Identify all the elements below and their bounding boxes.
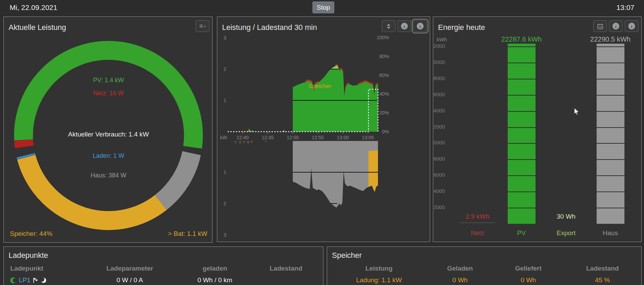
time-tick: 12:55 xyxy=(312,135,324,140)
energy-category-haus: Haus xyxy=(603,229,618,237)
pct-tick: 80% xyxy=(379,54,389,59)
energy-bar-segment-line xyxy=(597,191,624,192)
haus-area xyxy=(293,141,378,208)
time-tick: 12:40 xyxy=(237,135,249,140)
finish-flag-icon xyxy=(33,277,38,283)
chargepoint-name: LP1 xyxy=(19,276,31,284)
energy-category-netz: Netz xyxy=(471,229,484,237)
kw-tick: 1 xyxy=(223,98,226,103)
panel-ladepunkte-title: Ladepunkte xyxy=(9,251,48,260)
column-header-ladepunkt: Ladepunkt xyxy=(10,265,43,272)
power-soc-area-chart: 123123kW12:4012:4512:5012:5513:0013:050%… xyxy=(217,17,430,242)
energy-axis-tick: 8000 xyxy=(433,156,445,162)
energy-zero-bar-netz xyxy=(460,222,495,223)
haus-spike xyxy=(234,141,237,144)
date-label: Mi, 22.09.2021 xyxy=(10,3,57,12)
energy-axis-tick: 16000 xyxy=(433,91,445,97)
time-tick: 13:00 xyxy=(337,135,349,140)
cell-ladeparameter: 0 W / 0 A xyxy=(116,276,143,284)
energy-bar-segment-line xyxy=(508,175,536,176)
energy-axis-tick: 18000 xyxy=(433,75,445,81)
donut-segment-laden xyxy=(26,155,26,157)
energy-axis-tick: 2000 xyxy=(433,204,445,210)
energy-axis-tick: 6000 xyxy=(433,172,445,178)
cell-ladestand: 45 % xyxy=(595,276,610,284)
energy-bar-segment-line xyxy=(597,143,624,144)
energy-bar-segment-line xyxy=(508,79,536,79)
pct-tick: 0% xyxy=(382,129,389,134)
donut-center-label-haus: Haus: 384 W xyxy=(91,172,126,179)
energy-bar-pv xyxy=(508,44,536,224)
pv-peak-cap xyxy=(329,65,338,69)
energy-bar-chart: 2200020000180001600014000120001000080006… xyxy=(433,17,642,242)
energy-bar-segment-line xyxy=(597,79,624,79)
column-header-ladeparameter: Ladeparameter xyxy=(106,265,153,272)
kw-tick: 3 xyxy=(223,35,226,41)
pv-dashboard: Mi, 22.09.2021 Stop 13:07 Aktuelle Leist… xyxy=(0,0,644,285)
energy-bar-segment-line xyxy=(508,191,536,192)
energy-category-export: Export xyxy=(557,229,576,237)
energy-bar-segment-line xyxy=(597,63,624,63)
energy-bar-segment-line xyxy=(508,143,536,144)
panel-speicher-title: Speicher xyxy=(332,251,362,260)
chargepoint-toggle[interactable] xyxy=(10,277,16,284)
energy-axis-tick: 14000 xyxy=(433,108,445,113)
haus-spike xyxy=(239,141,241,145)
energy-value-haus: 22290.5 kWh xyxy=(590,35,631,43)
kw-tick: 3 xyxy=(223,232,226,238)
energy-bar-segment-line xyxy=(508,63,536,63)
energy-axis-tick: 4000 xyxy=(433,188,445,194)
energy-bar-segment-line xyxy=(508,208,536,208)
energy-bar-segment-line xyxy=(597,127,624,128)
energy-axis-tick: 22000 xyxy=(433,43,445,49)
speicher-soc-label: Speicher: 44% xyxy=(10,230,53,238)
energy-bar-segment-line xyxy=(597,159,624,160)
time-tick: 12:45 xyxy=(262,135,274,140)
energy-bar-segment-line xyxy=(597,46,624,47)
kw-tick: 2 xyxy=(223,201,226,206)
battery-area xyxy=(368,150,378,192)
panel-current-power: Aktuelle Leistung ≡ ▾ PV: 1.4 kWNetz: 16… xyxy=(3,17,212,243)
energy-bar-segment-line xyxy=(597,208,624,208)
donut-center-label-laden: Laden: 1 W xyxy=(93,152,124,160)
donut-center-label-pv: PV: 1.4 kW xyxy=(93,77,124,84)
haus-spike xyxy=(264,141,267,143)
hamburger-icon: ≡ xyxy=(199,23,203,29)
chargepoint-row: LP1 xyxy=(10,276,46,284)
column-header-geliefert: Geliefert xyxy=(515,265,541,272)
pv-spike xyxy=(248,129,251,132)
kw-tick: 2 xyxy=(223,66,226,72)
donut-center-label-netz: Netz: 16 W xyxy=(93,90,124,97)
caret-down-icon: ▾ xyxy=(204,24,206,28)
panel-speicher: Speicher Leistung Geladen Geliefert Lade… xyxy=(327,246,642,285)
mouse-cursor xyxy=(574,108,579,116)
energy-bar-segment-line xyxy=(597,175,624,176)
column-header-geladen: Geladen xyxy=(447,265,473,272)
time-tick: 13:05 xyxy=(362,135,374,140)
energy-bar-segment-line xyxy=(508,46,536,47)
energy-bar-segment-line xyxy=(597,111,624,112)
energy-bar-segment-line xyxy=(597,95,624,96)
pv-area xyxy=(293,65,378,132)
donut-segment-haus xyxy=(161,153,192,202)
energy-bar-segment-line xyxy=(508,127,536,128)
column-header-geladen: geladen xyxy=(203,265,227,272)
kw-tick: 1 xyxy=(223,169,226,175)
haus-spike xyxy=(247,141,250,145)
energy-bar-segment-line xyxy=(508,111,536,112)
energy-value-pv: 22287.6 kWh xyxy=(501,35,542,43)
moon-icon xyxy=(41,277,46,283)
cell-leistung: Ladung: 1.1 kW xyxy=(356,276,402,284)
energy-value-netz: 2.9 kWh xyxy=(465,213,490,220)
kw-unit-label: kW xyxy=(220,135,227,140)
cell-geladen: 0 Wh xyxy=(452,276,468,284)
energy-bar-haus xyxy=(597,44,624,224)
pct-tick: 40% xyxy=(379,91,389,97)
stop-button[interactable]: Stop xyxy=(312,1,334,13)
energy-category-pv: PV xyxy=(517,229,526,237)
panel-power-chart: Leistung / Ladestand 30 min ‹ › 123123kW… xyxy=(217,17,430,242)
pct-tick: 20% xyxy=(379,110,389,116)
haus-spike xyxy=(243,141,245,144)
column-header-leistung: Leistung xyxy=(365,265,392,272)
energy-value-export: 30 Wh xyxy=(557,213,576,220)
